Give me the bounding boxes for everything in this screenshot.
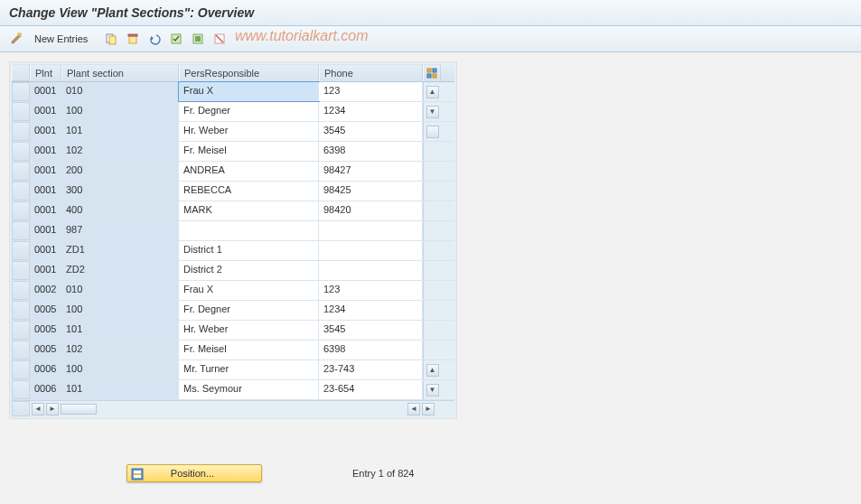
row-selector[interactable] [12,82,30,101]
select-block-icon[interactable] [189,30,207,48]
row-selector[interactable] [12,142,30,161]
cell-plnt: 0001 [30,102,61,121]
cell-plnt: 0006 [30,360,61,379]
vscroll-cell: ▲ [423,82,441,101]
hscroll-thumb[interactable] [61,404,97,415]
cell-plnt: 0001 [30,201,61,220]
cell-pers-responsible[interactable]: Mr. Turner [179,360,319,379]
svg-rect-11 [433,69,436,72]
column-header-plant-section[interactable]: Plant section [61,64,179,81]
row-selector[interactable] [12,341,30,359]
cell-pers-responsible[interactable]: Frau X [179,82,319,101]
cell-phone[interactable] [319,221,423,240]
row-selector[interactable] [12,261,30,280]
vscroll-cell [423,142,441,161]
cell-phone[interactable]: 3545 [319,321,423,340]
column-header-phone[interactable]: Phone [319,64,423,81]
cell-plnt: 0001 [30,82,61,101]
vscroll-cell [423,241,441,260]
row-selector[interactable] [12,221,30,240]
select-all-icon[interactable] [167,30,185,48]
table-settings-button[interactable] [423,64,441,81]
row-selector[interactable] [12,380,30,399]
row-selector[interactable] [12,102,30,121]
cell-phone[interactable] [319,241,423,260]
row-selector[interactable] [12,162,30,181]
cell-pers-responsible[interactable]: District 2 [179,261,319,280]
hscroll-left-arrow[interactable]: ◄ [32,403,44,415]
svg-rect-4 [128,34,137,36]
cell-phone[interactable]: 6398 [319,341,423,359]
delete-icon[interactable] [124,30,142,48]
copy-as-icon[interactable] [102,30,120,48]
cell-phone[interactable]: 123 [319,82,423,101]
cell-pers-responsible[interactable]: ANDREA [179,162,319,181]
cell-pers-responsible[interactable]: Frau X [179,281,319,300]
vscroll-up-arrow[interactable]: ▲ [426,86,439,98]
column-header-plnt[interactable]: Plnt [30,64,61,81]
header-row-selector[interactable] [12,64,30,81]
column-header-pers-responsible[interactable]: PersResponsible [179,64,319,81]
cell-plant-section: 102 [61,341,179,359]
cell-phone[interactable]: 98427 [319,162,423,181]
table-row: 0001400MARK98420 [12,201,454,221]
hscroll-left-arrow-2[interactable]: ◄ [407,403,420,415]
table-row: 0001101Hr. Weber3545 [12,122,454,142]
cell-pers-responsible[interactable]: Hr. Weber [179,122,319,141]
cell-pers-responsible[interactable]: REBECCA [179,182,319,201]
cell-pers-responsible[interactable]: District 1 [179,241,319,260]
cell-plnt: 0001 [30,221,61,240]
row-selector[interactable] [12,182,30,201]
hscroll-right-arrow-2[interactable]: ► [422,403,435,415]
cell-plnt: 0001 [30,122,61,141]
table-row: 0001987 [12,221,454,241]
cell-pers-responsible[interactable] [179,221,319,240]
cell-phone[interactable] [319,261,423,280]
hscroll-right-arrow[interactable]: ► [46,403,59,415]
cell-pers-responsible[interactable]: Hr. Weber [179,321,319,340]
row-selector[interactable] [12,321,30,340]
cell-phone[interactable]: 98425 [319,182,423,201]
table-row: 0001100Fr. Degner1234▼ [12,102,454,122]
row-selector[interactable] [12,122,30,141]
svg-rect-7 [195,36,201,42]
table-row: 0001200ANDREA98427 [12,162,454,182]
undo-icon[interactable] [145,30,164,48]
vscroll-down-arrow-bottom[interactable]: ▼ [426,384,439,397]
row-selector[interactable] [12,281,30,300]
cell-plant-section: 100 [61,102,179,121]
cell-phone[interactable]: 98420 [319,201,423,220]
row-selector[interactable] [12,241,30,260]
table-row: 0001010Frau X123▲ [12,82,454,102]
hscroll-corner [12,401,30,416]
cell-plnt: 0001 [30,261,61,280]
settings-icon [424,65,440,81]
change-display-icon[interactable] [7,30,25,48]
cell-pers-responsible[interactable]: Ms. Seymour [179,380,319,399]
cell-plant-section: ZD2 [61,261,179,280]
cell-pers-responsible[interactable]: MARK [179,201,319,220]
cell-phone[interactable]: 1234 [319,102,423,121]
row-selector[interactable] [12,201,30,220]
new-entries-button[interactable]: New Entries [29,32,93,46]
toolbar: New Entries www.tutorialkart.com [0,26,861,52]
cell-phone[interactable]: 123 [319,281,423,300]
cell-phone[interactable]: 23-743 [319,360,423,379]
cell-plant-section: 101 [61,122,179,141]
vscroll-down-arrow[interactable]: ▼ [426,106,439,118]
row-selector[interactable] [12,301,30,320]
cell-phone[interactable]: 23-654 [319,380,423,399]
cell-pers-responsible[interactable]: Fr. Meisel [179,341,319,359]
cell-phone[interactable]: 6398 [319,142,423,161]
cell-pers-responsible[interactable]: Fr. Degner [179,301,319,320]
cell-phone[interactable]: 1234 [319,301,423,320]
vscroll-up-arrow-bottom[interactable]: ▲ [426,364,439,377]
cell-phone[interactable]: 3545 [319,122,423,141]
vscroll-cell: ▲ [423,360,441,379]
cell-pers-responsible[interactable]: Fr. Degner [179,102,319,121]
position-button[interactable]: Position... [126,464,262,482]
vscroll-thumb[interactable] [426,126,439,138]
cell-pers-responsible[interactable]: Fr. Meisel [179,142,319,161]
deselect-all-icon[interactable] [211,30,229,48]
row-selector[interactable] [12,360,30,379]
